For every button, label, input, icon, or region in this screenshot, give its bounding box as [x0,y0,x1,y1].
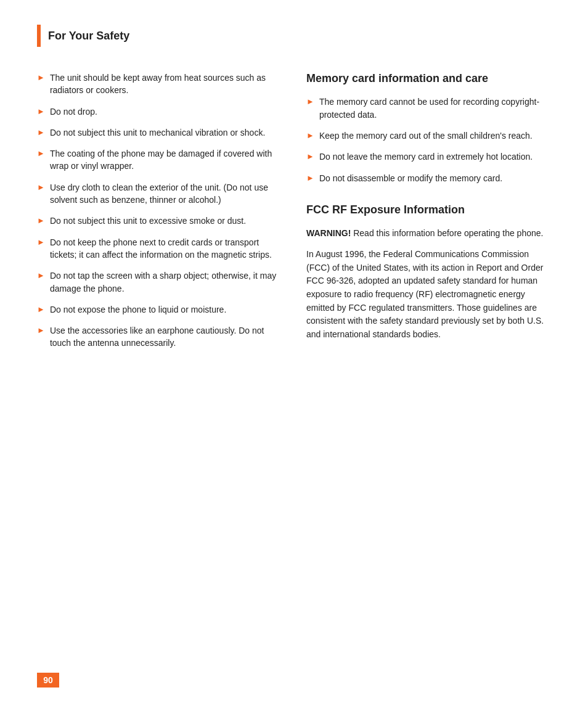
list-item: ►The unit should be kept away from heat … [37,72,282,97]
bullet-arrow: ► [306,151,314,163]
list-item-text: Do not leave the memory card in extremel… [319,150,533,163]
list-item-text: Do not subject this unit to excessive sm… [50,215,246,227]
bullet-arrow: ► [37,182,45,194]
page: For Your Safety ►The unit should be kept… [0,0,588,706]
list-item-text: Use dry cloth to clean the exterior of t… [50,181,282,207]
bullet-arrow: ► [306,130,314,142]
list-item: ►Use the accessories like an earphone ca… [37,324,282,350]
fcc-body: In August 1996, the Federal Communicatio… [306,248,551,342]
list-item: ►Use dry cloth to clean the exterior of … [37,181,282,207]
list-item-text: The unit should be kept away from heat s… [50,72,282,97]
bullet-arrow: ► [37,72,45,84]
list-item: ►Do not expose the phone to liquid or mo… [37,303,282,316]
page-title: For Your Safety [48,30,129,43]
content-columns: ►The unit should be kept away from heat … [37,72,551,358]
list-item-text: Do not keep the phone next to credit car… [50,236,282,261]
list-item: ►Do not tap the screen with a sharp obje… [37,269,282,295]
list-item: ►Do not disassemble or modify the memory… [306,172,551,184]
fcc-title: FCC RF Exposure Information [306,203,551,217]
list-item-text: Use the accessories like an earphone cau… [50,324,282,350]
bullet-arrow: ► [37,270,45,282]
list-item: ►Do not leave the memory card in extreme… [306,150,551,163]
bullet-arrow: ► [37,127,45,139]
page-header: For Your Safety [37,25,551,47]
list-item: ►The memory card cannot be used for reco… [306,96,551,121]
list-item: ►Do not subject this unit to excessive s… [37,215,282,227]
bullet-arrow: ► [37,106,45,118]
header-bar-accent [37,25,41,47]
fcc-section: FCC RF Exposure Information WARNING! Rea… [306,203,551,342]
fcc-warning-text: Read this information before operating t… [351,228,543,238]
bullet-arrow: ► [37,237,45,248]
memory-list: ►The memory card cannot be used for reco… [306,96,551,184]
memory-section-title: Memory card information and care [306,72,551,86]
list-item-text: Do not disassemble or modify the memory … [319,172,502,184]
bullet-arrow: ► [37,215,45,227]
bullet-arrow: ► [37,325,45,337]
list-item-text: The coating of the phone may be damaged … [50,147,282,173]
list-item-text: Do not tap the screen with a sharp objec… [50,269,282,295]
bullet-arrow: ► [306,173,314,184]
bullet-arrow: ► [37,304,45,316]
bullet-arrow: ► [37,148,45,160]
list-item-text: Do not expose the phone to liquid or moi… [50,303,226,316]
fcc-warning-label: WARNING! [306,228,351,238]
list-item: ►Do not drop. [37,105,282,118]
right-column: Memory card information and care ►The me… [306,72,551,358]
safety-list: ►The unit should be kept away from heat … [37,72,282,350]
left-column: ►The unit should be kept away from heat … [37,72,282,358]
fcc-warning: WARNING! Read this information before op… [306,227,551,240]
list-item-text: Keep the memory card out of the small ch… [319,129,533,142]
list-item-text: The memory card cannot be used for recor… [319,96,551,121]
page-number: 90 [37,673,59,688]
bullet-arrow: ► [306,96,314,108]
list-item: ►Keep the memory card out of the small c… [306,129,551,142]
list-item-text: Do not subject this unit to mechanical v… [50,126,265,139]
list-item-text: Do not drop. [50,105,97,118]
list-item: ►Do not subject this unit to mechanical … [37,126,282,139]
list-item: ►The coating of the phone may be damaged… [37,147,282,173]
memory-section: Memory card information and care ►The me… [306,72,551,184]
list-item: ►Do not keep the phone next to credit ca… [37,236,282,261]
